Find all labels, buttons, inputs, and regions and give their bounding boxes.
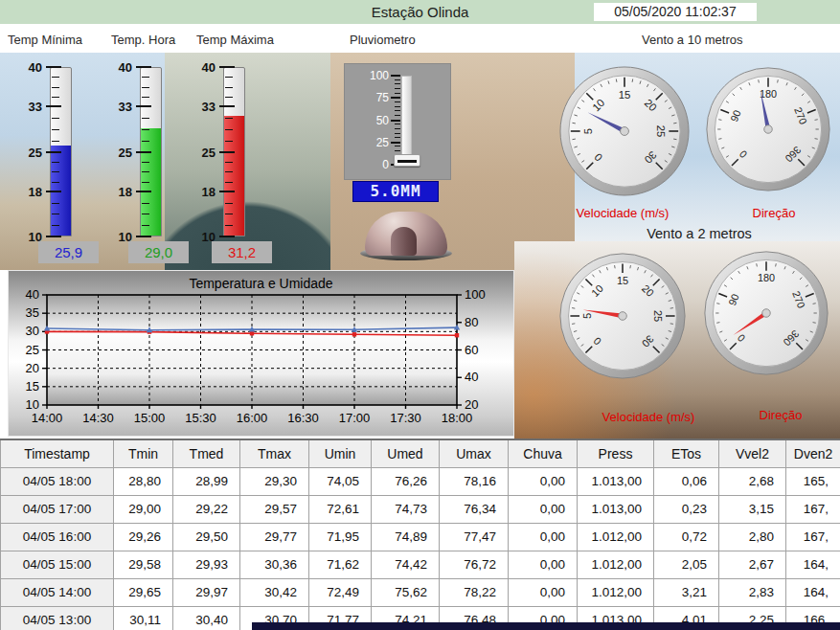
table-cell: 74,42 [372,551,440,578]
svg-text:20: 20 [465,397,478,412]
thermometer-tick-label: 33 [100,100,132,114]
table-cell: 29,22 [173,495,240,523]
thermometer-minor-tick [142,203,149,204]
table-header-cell: Press [578,439,654,467]
table-cell: 29,97 [173,578,240,606]
svg-text:15: 15 [619,89,631,101]
svg-text:10: 10 [26,397,39,412]
rain-scale-label: 100 [356,69,389,82]
thermometer-major-tick [46,236,61,237]
rain-scale-label: 0 [356,158,389,171]
thermometer-major-tick [46,105,61,107]
rain-scale-tick [395,133,400,134]
rain-slider-handle[interactable] [394,154,420,167]
svg-text:40: 40 [465,370,478,384]
table-cell: 30,40 [173,606,240,630]
thermometer-tick-label: 10 [10,230,42,244]
thermometer-major-tick [46,66,61,68]
svg-text:15: 15 [617,275,628,286]
rain-scale-tick [395,124,400,124]
thermometer-minor-tick [142,171,149,172]
svg-text:17:00: 17:00 [339,411,371,425]
table-cell: 0,00 [509,523,578,551]
thermometer-value: 31,2 [212,241,272,263]
rain-scale-tick [391,75,400,77]
rain-digital-display: 5.0MM [352,181,439,202]
table-header-cell: ETos [654,439,719,467]
thermometer-fill [224,116,244,236]
thermometer-tick-label: 10 [183,230,216,244]
thermometer-major-tick [219,105,235,107]
table-row: 04/05 18:0028,8028,9929,3074,0576,2678,1… [1,467,840,495]
thermometer-major-tick [219,191,235,192]
table-header-cell: Tmed [173,439,240,467]
thermometer-tick-label: 18 [183,185,216,199]
rain-scale-tick [395,150,400,151]
rain-slider-track [401,76,412,165]
table-cell: 30,36 [240,551,309,578]
table-cell: 30,42 [240,578,309,606]
rain-scale-label: 75 [356,91,389,104]
table-cell: 75,62 [372,578,440,606]
table-header-cell: Tmin [114,439,173,467]
gauge-wind-direction-10m: 090180270360 [705,66,831,192]
svg-text:25: 25 [652,310,664,322]
thermometer-minor-tick [225,162,233,163]
thermometer-minor-tick [52,87,59,88]
svg-text:30: 30 [26,324,39,338]
rain-scale-tick [391,120,400,122]
table-cell: 167, [786,495,840,523]
table-cell: 74,73 [372,495,440,523]
table-cell: 76,34 [440,495,509,523]
table-header-cell: Dven2 [786,439,840,467]
header-bar: Estação Olinda 05/05/2020 11:02:37 [0,0,840,24]
thermometer-major-tick [136,236,151,237]
thermometer-tick-label: 18 [10,185,42,199]
thermometer-minor-tick [52,214,59,214]
svg-text:14:30: 14:30 [82,411,114,425]
svg-text:100: 100 [465,287,486,302]
thermometer-minor-tick [142,141,149,142]
label-temp-maxima: Temp Máxima [196,33,274,47]
gauge-wind-speed-2m: 051015202530 [558,252,687,380]
thermometer-minor-tick [225,77,233,78]
thermometer-minor-tick [225,225,233,226]
thermometer-major-tick [136,66,151,68]
thermometer-tick-label: 33 [10,100,42,114]
table-row: 04/05 15:0029,5829,9330,3671,6274,4276,7… [1,551,840,578]
thermometer-major-tick [46,151,61,153]
rain-scale-label: 25 [356,136,389,149]
thermometer-minor-tick [142,214,149,214]
thermometer-temp-hora: 403325181029,0 [100,59,192,270]
chart-plot-area: 101520253035402040608010014:0014:3015:00… [9,271,515,438]
svg-text:25: 25 [26,343,39,357]
thermometer-tick-label: 40 [100,60,132,75]
thermometer-tick-label: 18 [100,185,132,199]
caption-direction-2m: Direção [723,408,838,422]
svg-text:60: 60 [465,343,478,357]
table-cell: 164, [786,578,840,606]
rain-gauge-panel: 1007550250 [344,63,451,180]
table-cell: 29,65 [114,578,173,606]
thermometer-tick-label: 40 [183,60,216,75]
table-cell: 1.013,00 [578,467,654,495]
table-cell: 28,99 [173,467,240,495]
thermometer-minor-tick [225,171,233,172]
table-cell: 04/05 14:00 [1,578,114,606]
thermometer-minor-tick [142,97,149,98]
thermometer-tick-label: 33 [183,100,216,114]
label-temp-minima: Temp Mínima [8,33,82,47]
thermometer-minor-tick [52,97,59,98]
table-cell: 29,30 [240,467,309,495]
thermometer-major-tick [46,191,61,192]
thermometer-minor-tick [52,171,59,172]
rain-scale-tick [395,110,400,111]
table-cell: 04/05 17:00 [1,495,114,523]
thermometer-minor-tick [225,118,233,119]
thermometer-minor-tick [225,214,233,214]
rain-scale-tick [391,97,400,99]
rain-scale-tick [395,93,400,94]
table-cell: 30,11 [114,606,173,630]
rain-scale-tick [395,128,400,129]
bottom-window-edge [252,622,840,630]
